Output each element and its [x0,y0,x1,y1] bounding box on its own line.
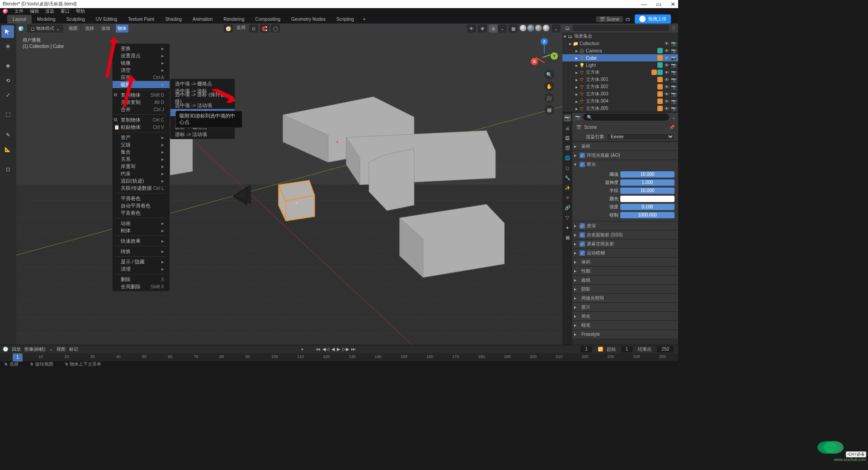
end-frame[interactable]: 250 [657,346,674,352]
range-icon[interactable]: 🔁 [598,347,603,352]
property-section-toggle[interactable]: ▸间接光照明 [572,293,678,302]
workspace-tab[interactable]: UV Editing [90,15,123,24]
filter-icon[interactable]: 👁 [467,24,476,33]
workspace-tab[interactable]: Modeling [32,15,61,24]
workspace-tab[interactable]: Texture Paint [123,15,160,24]
numeric-field[interactable]: 10.000 [620,188,675,194]
pivot-icon[interactable]: ⊙ [249,24,258,33]
menu-item[interactable]: 全局删除Shift X [113,283,170,290]
outliner-tree[interactable]: ▾🗂 场景集合 ▸📁Collection👁📷▸🎥Camera👁📷▸▽Cube👁📷… [562,33,678,112]
solid-shade[interactable] [527,24,534,32]
texture-tab-icon[interactable]: ▦ [564,234,571,241]
xray-icon[interactable]: ▦ [509,24,518,33]
add-cube-tool[interactable]: ◻ [1,163,14,175]
world-tab-icon[interactable]: 🌐 [564,154,571,161]
play-rev-icon[interactable]: ◀ [331,347,335,352]
menu-item[interactable]: 显示 / 隐藏▸ [113,258,170,265]
timeline-menu[interactable]: 抠像(插帧) [24,346,46,352]
minimize-button[interactable]: — [641,1,647,8]
render-tab-icon[interactable]: 📷 [564,114,571,122]
mode-selector[interactable]: ◻ 物体模式 ⌄ [27,24,63,33]
scene-collection-row[interactable]: ▾🗂 场景集合 [562,33,678,40]
outliner-row[interactable]: ▸💡Light👁📷 [562,61,678,69]
numeric-field[interactable]: 10.000 [620,171,675,178]
persp-button[interactable]: ▦ [544,105,554,115]
workspace-tab[interactable]: Sculpting [61,15,90,24]
workspace-tab[interactable]: Animation [187,15,218,24]
play-icon[interactable]: ▶ [337,347,340,352]
select-tool[interactable] [1,25,14,38]
upload-button[interactable]: 拖拽上传 [635,14,671,24]
outliner-row[interactable]: ▸▽立方体.005👁📷 [562,105,678,112]
checkbox-icon[interactable]: ✓ [580,223,585,229]
outliner-icon[interactable]: 🗂 [565,25,570,31]
submenu-item[interactable]: 游标 -> 活动项 [170,131,235,138]
menu-item[interactable]: 清空▸ [113,66,170,74]
checkbox-icon[interactable]: ✓ [580,241,585,247]
pin-icon[interactable]: 📌 [669,125,675,130]
menu-item[interactable]: 资产▸ [113,134,170,141]
rotate-tool[interactable]: ⟲ [1,74,14,87]
timeline-menu[interactable]: 视图 [57,346,66,352]
property-section-toggle[interactable]: ▸采样 [572,141,678,150]
rendered-shade[interactable] [542,24,550,32]
matpreview-shade[interactable] [535,24,542,32]
jump-end-icon[interactable]: ⏭ [351,347,356,352]
proportional-edit-icon[interactable]: ◯ [271,24,280,33]
menu-item[interactable]: 清理▸ [113,265,170,273]
property-section-toggle[interactable]: ▸阴影 [572,284,678,293]
outliner-row[interactable]: ▸▽立方体.004👁📷 [562,98,678,105]
engine-select[interactable]: Eevee [607,133,675,140]
keyframe-prev-icon[interactable]: ◀◁ [322,347,330,352]
menu-item[interactable]: 追踪(轨迹)▸ [113,177,170,184]
physics-tab-icon[interactable]: ⚛ [564,194,571,201]
pan-button[interactable]: ✋ [544,81,554,91]
property-section-toggle[interactable]: ▸✓ 环境光遮蔽 (AO) [572,150,678,160]
file-menu-item[interactable]: 窗口 [61,8,70,14]
property-section-toggle[interactable]: ▸体积 [572,257,678,266]
outliner-row[interactable]: ▸▽立方体.003👁📷 [562,90,678,98]
menu-item[interactable]: 库重写▸ [113,163,170,170]
editor-type-icon[interactable]: 🧊 [18,26,24,31]
menu-item[interactable]: 约束▸ [113,170,170,177]
menu-item[interactable]: 动画▸ [113,220,170,227]
menu-item[interactable]: 集合▸ [113,148,170,155]
workspace-tab[interactable]: Shading [160,15,187,24]
file-menu-item[interactable]: 渲染 [45,8,54,14]
menu-item[interactable]: 关联/传递数据Ctrl L [113,184,170,192]
property-section-toggle[interactable]: ▸蜡笔 [572,320,678,329]
menu-item[interactable]: 快速效果▸ [113,237,170,244]
menu-item[interactable]: 父级▸ [113,141,170,148]
viewlayer-icon[interactable]: 🗃 [626,17,630,22]
data-tab-icon[interactable]: ▽ [564,214,571,221]
scene-selector[interactable]: 🎬 Scene [596,16,623,22]
props-type-icon[interactable]: 📷 [575,115,580,120]
scene-name-label[interactable]: Scene [584,125,597,130]
menu-item[interactable]: 平滑着色 [113,195,170,202]
timeline-ruler[interactable]: 1 01020304050607080901001101201301401501… [0,353,678,362]
menu-item[interactable]: 变换▸ [113,45,170,52]
shading-dropdown[interactable]: ⌄ [552,24,561,33]
filter-icon[interactable]: ▽ [672,25,675,31]
property-section-toggle[interactable]: ▸胶片 [572,302,678,311]
property-section-toggle[interactable]: ▸简化 [572,311,678,320]
maximize-button[interactable]: ▭ [656,1,661,8]
move-tool[interactable]: ✥ [1,60,14,72]
workspace-tab[interactable]: Geometry Nodes [286,15,331,24]
viewport-menu-view[interactable]: 视图 [67,24,80,33]
submenu-item[interactable]: 选中项 -> 栅格点 [170,80,235,87]
outliner-row[interactable]: ▸▽Cube👁📷 [562,54,678,61]
menu-item[interactable]: 设置原点▸ [113,52,170,59]
particle-tab-icon[interactable]: ✨ [564,184,571,191]
measure-tool[interactable]: 📐 [1,143,14,155]
gizmo-icon[interactable]: ✥ [478,24,487,33]
menu-item[interactable]: 平直着色 [113,209,170,216]
timeline-menu[interactable]: 回放 [12,346,21,352]
checkbox-icon[interactable]: ✓ [580,153,585,158]
snap-icon[interactable]: 🧲 [260,24,269,33]
workspace-tab[interactable]: Scripting [331,15,359,24]
camera-button[interactable]: 🎥 [544,93,554,103]
property-section-toggle[interactable]: ▸曲线 [572,275,678,284]
scene-tab-icon[interactable]: 🎬 [564,144,571,151]
nav-gizmo[interactable]: Z Y X [532,40,556,64]
